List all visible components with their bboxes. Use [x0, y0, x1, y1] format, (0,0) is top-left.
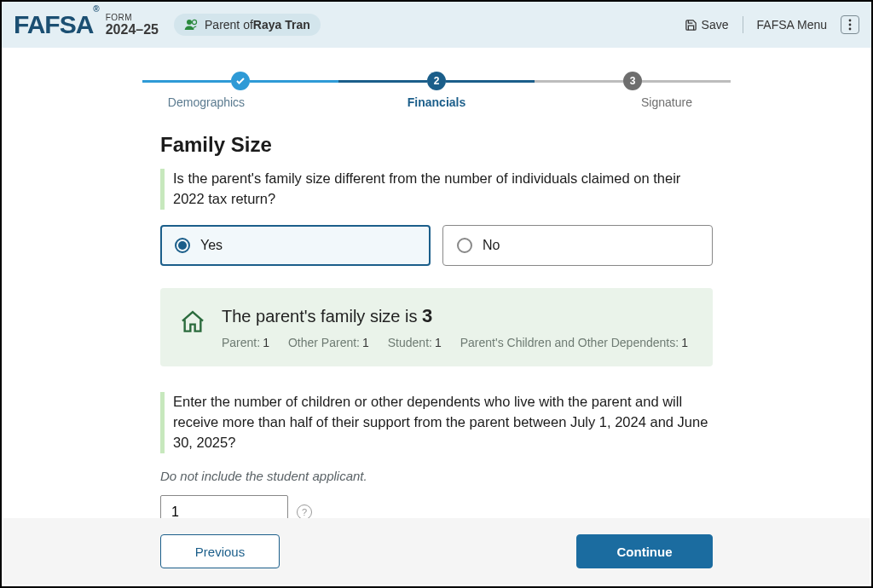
more-menu-button[interactable] — [841, 15, 859, 34]
main-content: Family Size Is the parent's family size … — [160, 133, 713, 529]
radio-no[interactable]: No — [442, 225, 713, 266]
people-icon — [184, 19, 199, 31]
summary-value: 3 — [422, 305, 432, 326]
step-signature[interactable]: 3 — [623, 72, 642, 90]
kebab-icon — [848, 19, 852, 31]
radio-group-family-size-diff: Yes No — [160, 225, 713, 266]
logo-text: FAFSA — [14, 10, 93, 38]
header-divider — [743, 16, 743, 33]
house-icon — [179, 308, 206, 349]
header-right: Save FAFSA Menu — [685, 15, 859, 34]
parent-of-badge[interactable]: Parent of Raya Tran — [174, 14, 321, 36]
svg-point-2 — [849, 20, 852, 22]
parent-prefix: Parent of — [205, 18, 253, 32]
continue-button[interactable]: Continue — [576, 534, 713, 568]
radio-yes[interactable]: Yes — [160, 225, 431, 266]
step-demographics[interactable] — [231, 72, 250, 90]
svg-point-0 — [187, 20, 192, 25]
family-breakdown: Parent:1 Other Parent:1 Student:1 Parent… — [222, 336, 688, 349]
form-year: 2024–25 — [106, 22, 159, 37]
save-label: Save — [702, 18, 729, 32]
summary-prefix: The parent's family size is — [222, 307, 422, 326]
save-button[interactable]: Save — [685, 18, 729, 32]
page-title: Family Size — [160, 133, 713, 157]
fafsa-menu-link[interactable]: FAFSA Menu — [757, 18, 827, 32]
radio-yes-label: Yes — [200, 238, 223, 253]
radio-no-label: No — [483, 238, 500, 253]
svg-point-3 — [849, 24, 852, 26]
save-icon — [685, 19, 697, 32]
question-1-block: Is the parent's family size different fr… — [160, 169, 713, 210]
svg-point-4 — [849, 28, 852, 31]
form-year-block: FORM 2024–25 — [106, 13, 159, 37]
question-2-text: Enter the number of children or other de… — [173, 392, 713, 453]
radio-icon — [175, 238, 190, 253]
question-1-text: Is the parent's family size different fr… — [173, 169, 713, 210]
family-size-summary-card: The parent's family size is 3 Parent:1 O… — [160, 288, 713, 366]
progress-stepper: 2 3 Demographics Financials Signature — [2, 48, 871, 118]
question-2-block: Enter the number of children or other de… — [160, 392, 713, 453]
step-label-financials: Financials — [373, 95, 500, 109]
check-icon — [235, 76, 246, 86]
radio-icon — [457, 238, 472, 253]
logo-registered: ® — [93, 4, 98, 14]
previous-button[interactable]: Previous — [160, 534, 280, 568]
step-label-demographics: Demographics — [142, 95, 270, 109]
help-icon[interactable]: ? — [297, 504, 312, 520]
app-header: FAFSA® FORM 2024–25 Parent of Raya Tran … — [2, 2, 871, 48]
exclusion-note: Do not include the student applicant. — [160, 469, 713, 483]
student-name: Raya Tran — [253, 18, 310, 32]
step-label-signature: Signature — [603, 95, 731, 109]
family-size-summary: The parent's family size is 3 — [222, 305, 688, 327]
svg-point-1 — [192, 20, 196, 24]
step-financials[interactable]: 2 — [427, 72, 446, 90]
fafsa-logo: FAFSA® — [14, 10, 99, 39]
footer-actions: Previous Continue — [3, 518, 870, 585]
header-left: FAFSA® FORM 2024–25 Parent of Raya Tran — [14, 10, 321, 39]
form-label: FORM — [106, 13, 159, 22]
